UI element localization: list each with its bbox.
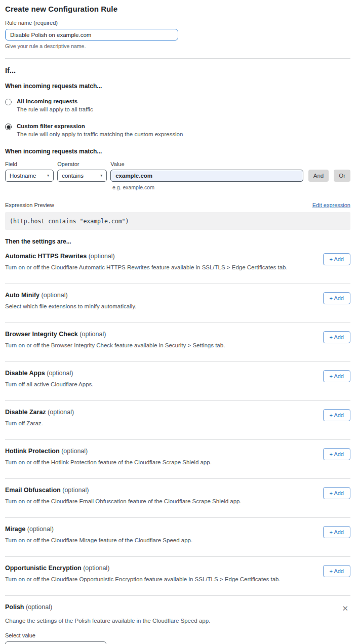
value-input[interactable] xyxy=(110,170,303,182)
setting-name: Opportunistic Encryption xyxy=(5,565,82,572)
setting-optional-tag: (optional) xyxy=(27,526,54,533)
expression-preview-code: (http.host contains "example.com") xyxy=(5,212,350,230)
add-setting-button[interactable]: + Add xyxy=(323,409,350,421)
custom-expression-heading: When incoming requests match... xyxy=(5,148,350,155)
setting-optional-tag: (optional) xyxy=(48,409,74,416)
setting-name: Browser Integrity Check xyxy=(5,331,78,338)
radio-option-custom-filter-expression[interactable]: Custom filter expression The rule will o… xyxy=(5,123,350,137)
radio-label: All incoming requests xyxy=(17,98,93,104)
rule-name-input[interactable] xyxy=(5,29,178,41)
radio-option-all-incoming-requests[interactable]: All incoming requests The rule will appl… xyxy=(5,98,350,112)
and-button[interactable]: And xyxy=(308,170,329,182)
setting-optional-tag: (optional) xyxy=(42,292,68,299)
setting-description: Change the settings of the Polish featur… xyxy=(5,618,350,624)
setting-optional-tag: (optional) xyxy=(61,448,88,455)
setting-description: Turn on or off the Cloudflare Email Obfu… xyxy=(5,498,242,504)
then-settings-heading: Then the settings are... xyxy=(5,238,350,245)
chevron-down-icon: ▾ xyxy=(100,174,102,178)
radio-icon[interactable] xyxy=(5,124,12,130)
radio-description: The rule will only apply to traffic matc… xyxy=(17,131,183,137)
setting-name: Disable Zaraz xyxy=(5,409,46,416)
rule-name-help: Give your rule a descriptive name. xyxy=(5,43,350,49)
field-label: Field xyxy=(5,161,54,167)
add-setting-button[interactable]: + Add xyxy=(323,253,350,265)
setting-optional-tag: (optional) xyxy=(89,253,115,260)
setting-row: Automatic HTTPS Rewrites (optional) Turn… xyxy=(5,245,350,284)
or-button[interactable]: Or xyxy=(334,170,350,182)
radio-description: The rule will apply to all traffic xyxy=(17,106,93,112)
setting-row: Hotlink Protection (optional) Turn on or… xyxy=(5,440,350,479)
select-value-label: Select value xyxy=(5,632,350,638)
setting-row: Email Obfuscation (optional) Turn on or … xyxy=(5,479,350,518)
field-select[interactable]: Hostname ▾ xyxy=(5,170,54,182)
setting-description: Turn on or off the Browser Integrity Che… xyxy=(5,342,225,348)
setting-optional-tag: (optional) xyxy=(26,603,52,611)
operator-select-value: contains xyxy=(62,173,84,179)
setting-name: Mirage xyxy=(5,526,25,533)
close-icon[interactable]: ✕ xyxy=(340,603,350,613)
setting-description: Turn on or off the Cloudflare Opportunis… xyxy=(5,576,281,582)
add-setting-button[interactable]: + Add xyxy=(323,487,350,499)
edit-expression-link[interactable]: Edit expression xyxy=(312,202,350,208)
setting-row: Disable Zaraz (optional) Turn off Zaraz.… xyxy=(5,401,350,440)
setting-row: Auto Minify (optional) Select which file… xyxy=(5,284,350,323)
expression-preview-header: Expression Preview Edit expression xyxy=(5,202,350,208)
polish-setting-section: Polish (optional) ✕ Change the settings … xyxy=(5,596,350,644)
incoming-requests-match-heading: When incoming requests match... xyxy=(5,83,350,90)
setting-description: Turn on or off the Cloudflare Automatic … xyxy=(5,264,288,270)
request-match-radio-group: All incoming requests The rule will appl… xyxy=(5,98,350,137)
operator-select[interactable]: contains ▾ xyxy=(57,170,107,182)
setting-row: Disable Apps (optional) Turn off all act… xyxy=(5,362,350,401)
setting-row: Mirage (optional) Turn on or off the Clo… xyxy=(5,518,350,557)
setting-description: Select which file extensions to minify a… xyxy=(5,303,136,309)
add-setting-button[interactable]: + Add xyxy=(323,565,350,577)
setting-optional-tag: (optional) xyxy=(80,331,106,338)
setting-description: Turn on or off the Hotlink Protection fe… xyxy=(5,459,212,465)
add-setting-button[interactable]: + Add xyxy=(323,448,350,460)
setting-name: Polish xyxy=(5,603,24,611)
expression-builder-row: Field Hostname ▾ Operator contains ▾ Val… xyxy=(5,161,350,182)
setting-description: Turn on or off the Cloudflare Mirage fea… xyxy=(5,537,192,543)
operator-label: Operator xyxy=(57,161,107,167)
add-setting-button[interactable]: + Add xyxy=(323,292,350,304)
section-divider xyxy=(5,58,350,59)
setting-description: Turn off all active Cloudflare Apps. xyxy=(5,381,94,387)
radio-label: Custom filter expression xyxy=(17,123,183,129)
rule-name-label: Rule name (required) xyxy=(5,20,350,26)
if-heading: If... xyxy=(5,66,350,74)
setting-description: Turn off Zaraz. xyxy=(5,420,74,426)
setting-name: Hotlink Protection xyxy=(5,448,60,455)
setting-optional-tag: (optional) xyxy=(62,487,89,494)
add-setting-button[interactable]: + Add xyxy=(323,526,350,538)
radio-icon[interactable] xyxy=(5,99,12,105)
expression-preview-label: Expression Preview xyxy=(5,202,54,208)
setting-name: Auto Minify xyxy=(5,292,39,299)
create-configuration-rule-form: Create new Configuration Rule Rule name … xyxy=(0,0,357,644)
setting-row: Opportunistic Encryption (optional) Turn… xyxy=(5,557,350,596)
add-setting-button[interactable]: + Add xyxy=(323,331,350,343)
polish-value-select[interactable]: Off ▾ xyxy=(5,641,106,644)
field-select-value: Hostname xyxy=(10,173,36,179)
setting-name: Disable Apps xyxy=(5,370,45,377)
chevron-down-icon: ▾ xyxy=(47,174,49,178)
value-help-text: e.g. example.com xyxy=(112,184,350,190)
setting-name: Email Obfuscation xyxy=(5,487,61,494)
page-title: Create new Configuration Rule xyxy=(5,5,350,13)
add-setting-button[interactable]: + Add xyxy=(323,370,350,382)
settings-list: Automatic HTTPS Rewrites (optional) Turn… xyxy=(5,245,350,596)
value-label: Value xyxy=(110,161,303,167)
setting-row: Browser Integrity Check (optional) Turn … xyxy=(5,323,350,362)
setting-optional-tag: (optional) xyxy=(47,370,73,377)
setting-optional-tag: (optional) xyxy=(83,565,109,572)
setting-name: Automatic HTTPS Rewrites xyxy=(5,253,87,260)
